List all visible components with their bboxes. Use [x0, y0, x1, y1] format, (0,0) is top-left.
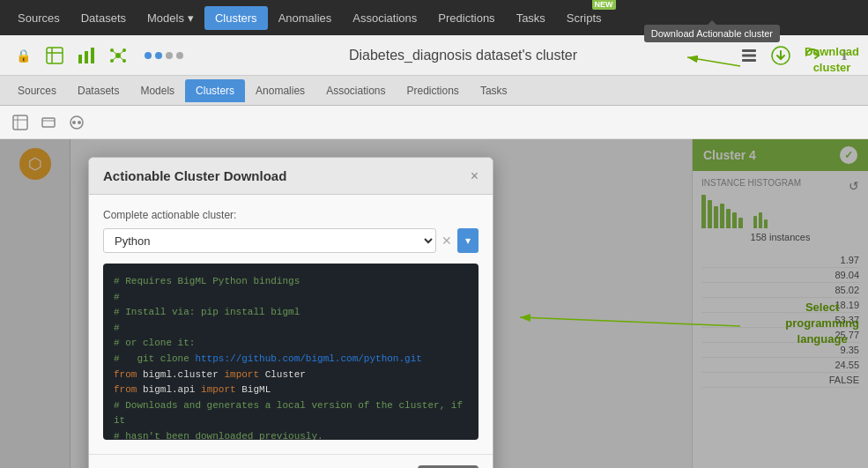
svg-rect-5	[91, 48, 94, 63]
nav-tasks[interactable]: Tasks	[506, 6, 556, 30]
secondary-tab-bar: Sources Datasets Models Clusters Anomali…	[0, 76, 868, 106]
new-badge: NEW	[592, 0, 616, 10]
tab-predictions[interactable]: Predictions	[397, 79, 470, 102]
code-line-2: #	[114, 292, 120, 302]
code-line-8a: from	[114, 384, 137, 395]
code-line-7d: Cluster	[259, 369, 306, 380]
svg-point-26	[78, 121, 81, 124]
nav-models[interactable]: Models ▾	[137, 6, 204, 30]
list-view-button[interactable]	[736, 42, 762, 69]
nav-datasets[interactable]: Datasets	[70, 6, 137, 30]
code-line-7a: from	[114, 369, 137, 380]
svg-line-12	[118, 50, 124, 56]
annotation-download: Downloadcluster	[805, 44, 859, 76]
modal-header: Actionable Cluster Download ×	[89, 158, 493, 195]
select-clear-button[interactable]: ✕	[441, 234, 452, 247]
code-line-1: # Requires BigML Python bindings	[114, 276, 300, 286]
code-line-7c: import	[224, 369, 259, 380]
select-dropdown-button[interactable]: ▾	[457, 228, 479, 253]
dot-4[interactable]	[176, 52, 183, 59]
nav-sources[interactable]: Sources	[7, 6, 70, 30]
st-icon-3[interactable]	[65, 111, 88, 134]
nav-anomalies[interactable]: Anomalies	[268, 6, 343, 30]
modal-field-label: Complete actionable cluster:	[103, 209, 479, 221]
chevron-down-icon: ▾	[188, 11, 194, 25]
code-line-7b: bigml.cluster	[137, 369, 224, 380]
code-line-8d: BigML	[236, 384, 271, 395]
tab-clusters[interactable]: Clusters	[185, 79, 245, 102]
tab-associations[interactable]: Associations	[315, 79, 396, 102]
code-line-10: # hasn't been downloaded previously.	[114, 431, 323, 440]
svg-rect-15	[742, 49, 756, 52]
tab-sources[interactable]: Sources	[7, 79, 67, 102]
code-line-8c: import	[201, 384, 236, 395]
svg-rect-3	[78, 55, 82, 63]
lock-icon: 🔒	[11, 43, 35, 68]
nav-clusters[interactable]: Clusters	[204, 6, 268, 30]
actionable-cluster-download-modal: Actionable Cluster Download × Complete a…	[88, 157, 493, 468]
svg-rect-0	[47, 48, 63, 63]
modal-title: Actionable Cluster Download	[103, 168, 286, 183]
svg-rect-4	[85, 51, 88, 63]
code-line-6: # git clone https://github.com/bigml.com…	[114, 353, 422, 364]
nav-predictions[interactable]: Predictions	[427, 6, 505, 30]
tab-models[interactable]: Models	[130, 79, 185, 102]
svg-rect-22	[42, 118, 55, 127]
language-select[interactable]: Python Node.js Java Ruby	[103, 228, 436, 253]
tab-tasks[interactable]: Tasks	[470, 79, 518, 102]
svg-line-11	[112, 50, 118, 56]
st-icon-2[interactable]	[37, 111, 60, 134]
modal-footer: Close	[89, 454, 493, 468]
cluster-icon[interactable]	[106, 43, 130, 68]
secondary-toolbar	[0, 106, 868, 139]
modal-body: Complete actionable cluster: Python Node…	[89, 195, 493, 454]
svg-point-25	[72, 121, 76, 124]
code-line-5: # or clone it:	[114, 338, 195, 348]
dot-2[interactable]	[155, 52, 162, 59]
language-select-row: Python Node.js Java Ruby ✕ ▾	[103, 228, 479, 253]
tab-datasets[interactable]: Datasets	[67, 79, 130, 102]
modal-overlay: Actionable Cluster Download × Complete a…	[0, 139, 868, 468]
page-title: Diabetes_diagnosis dataset's cluster	[197, 48, 729, 63]
download-tooltip: Download Actionable cluster	[644, 25, 780, 42]
table-icon[interactable]	[42, 43, 67, 68]
svg-rect-16	[742, 54, 756, 56]
dot-3[interactable]	[166, 52, 173, 59]
nav-scripts[interactable]: Scripts NEW	[556, 6, 612, 30]
main-content-area: ⬡ Cluster 4 ✓ INSTANCE HISTOGRAM ↺	[0, 139, 868, 468]
code-line-4: #	[114, 323, 120, 333]
dots-navigation	[137, 52, 190, 59]
chart-icon[interactable]	[74, 43, 99, 68]
svg-rect-17	[742, 59, 756, 62]
tab-anomalies[interactable]: Anomalies	[245, 79, 315, 102]
modal-close-button[interactable]: ×	[471, 169, 479, 183]
code-line-8b: bigml.api	[137, 384, 201, 395]
download-button[interactable]	[768, 42, 794, 69]
svg-rect-19	[13, 115, 27, 130]
dot-1[interactable]	[145, 52, 152, 59]
st-icon-1[interactable]	[9, 111, 32, 134]
code-line-9: # Downloads and generates a local versio…	[114, 400, 463, 427]
nav-associations[interactable]: Associations	[342, 6, 427, 30]
code-block[interactable]: # Requires BigML Python bindings # # Ins…	[103, 264, 479, 440]
svg-line-13	[112, 56, 118, 61]
code-line-3: # Install via: pip install bigml	[114, 307, 300, 317]
svg-line-14	[118, 56, 124, 61]
